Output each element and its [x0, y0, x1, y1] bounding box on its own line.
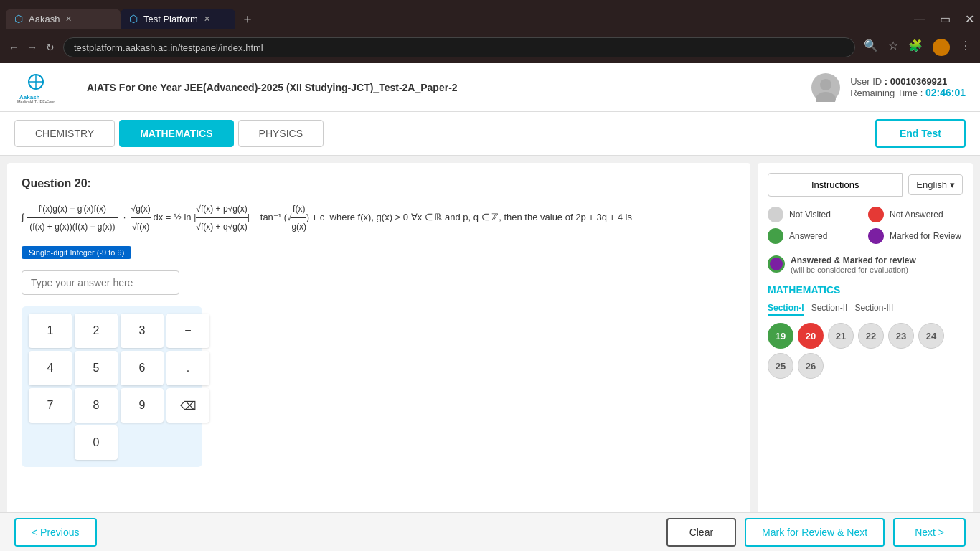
q-btn-26[interactable]: 26: [798, 353, 824, 379]
numpad: 1 2 3 − 4 5 6 . 7 8 9 ⌫ 0: [22, 306, 202, 467]
section-iii-tab[interactable]: Section-III: [854, 303, 893, 316]
marked-label: Marked for Review: [890, 231, 961, 241]
q-btn-24[interactable]: 24: [918, 323, 944, 349]
q-btn-21[interactable]: 21: [828, 323, 854, 349]
not-visited-label: Not Visited: [789, 209, 831, 220]
exam-title: AIATS For One Year JEE(Advanced)-2025 (X…: [87, 82, 458, 93]
question-condition: where f(x), g(x) > 0 ∀x ∈ ℝ and p, q ∈ ℤ…: [327, 212, 632, 222]
bottom-toolbar: < Previous Clear Mark for Review & Next …: [0, 512, 980, 551]
question-number: Question 20:: [22, 177, 736, 190]
numpad-5[interactable]: 5: [75, 351, 118, 385]
svg-point-6: [816, 92, 836, 102]
refresh-button[interactable]: ↻: [46, 42, 55, 53]
app-header: Aakash Medical•IIT-JEE•Foundation AIATS …: [0, 63, 980, 112]
star-icon[interactable]: ☆: [888, 39, 898, 56]
language-label: English: [916, 179, 947, 190]
tab-testplatform[interactable]: ⬡ Test Platform ✕: [121, 9, 235, 29]
back-button[interactable]: ←: [9, 42, 19, 53]
mark-review-button[interactable]: Mark for Review & Next: [745, 518, 885, 547]
answered-marked-label: Answered & Marked for review: [791, 255, 916, 265]
avatar: [811, 73, 840, 102]
numpad-6[interactable]: 6: [121, 351, 164, 385]
clear-button[interactable]: Clear: [666, 518, 736, 547]
menu-icon[interactable]: ⋮: [960, 39, 971, 56]
search-icon[interactable]: 🔍: [864, 39, 878, 56]
numpad-2[interactable]: 2: [75, 314, 118, 348]
question-grid: 19 20 21 22 23 24 25 26: [768, 323, 963, 379]
main-content: Question 20: ∫ f′(x)g(x) − g′(x)f(x) (f(…: [0, 156, 980, 551]
tab-close-testplatform[interactable]: ✕: [204, 14, 210, 24]
answered-marked-note: (will be considered for evaluation): [791, 265, 916, 274]
tab-chemistry[interactable]: CHEMISTRY: [14, 120, 115, 147]
next-button[interactable]: Next >: [893, 518, 966, 547]
close-button[interactable]: ✕: [965, 12, 974, 26]
question-panel: Question 20: ∫ f′(x)g(x) − g′(x)f(x) (f(…: [7, 163, 750, 549]
tab-testplatform-label: Test Platform: [143, 14, 198, 24]
minimize-button[interactable]: —: [914, 12, 925, 26]
section-ii-tab[interactable]: Section-II: [811, 303, 848, 316]
end-test-button[interactable]: End Test: [875, 119, 966, 148]
question-math: ∫ f′(x)g(x) − g′(x)f(x) (f(x) + g(x))(f(…: [22, 212, 327, 222]
svg-text:Medical•IIT-JEE•Foundation: Medical•IIT-JEE•Foundation: [17, 100, 55, 103]
tab-physics[interactable]: PHYSICS: [238, 120, 324, 147]
answer-type-badge: Single-digit Integer (-9 to 9): [22, 246, 131, 259]
previous-button[interactable]: < Previous: [14, 518, 97, 547]
legend-marked: Marked for Review: [868, 228, 963, 244]
numpad-9[interactable]: 9: [121, 388, 164, 423]
forward-button[interactable]: →: [27, 42, 37, 53]
legend-not-answered: Not Answered: [868, 207, 963, 222]
aakash-favicon: ⬡: [14, 13, 23, 24]
q-btn-23[interactable]: 23: [888, 323, 914, 349]
new-tab-button[interactable]: ＋: [241, 10, 254, 27]
numpad-minus[interactable]: −: [166, 314, 209, 348]
svg-point-5: [820, 79, 831, 90]
numpad-backspace[interactable]: ⌫: [166, 388, 209, 423]
question-text: ∫ f′(x)g(x) − g′(x)f(x) (f(x) + g(x))(f(…: [22, 200, 736, 235]
remaining-label: Remaining Time: [850, 88, 918, 98]
section-tabs: Section-I Section-II Section-III: [768, 303, 963, 316]
user-id-value: : 00010369921: [885, 76, 947, 87]
logo-area: Aakash Medical•IIT-JEE•Foundation: [14, 70, 72, 105]
address-bar[interactable]: [63, 37, 855, 57]
answered-label: Answered: [789, 231, 827, 241]
answered-dot: [768, 228, 783, 244]
marked-dot: [868, 228, 884, 244]
q-btn-25[interactable]: 25: [768, 353, 793, 379]
not-answered-dot: [868, 207, 884, 222]
instructions-button[interactable]: Instructions: [768, 173, 903, 197]
language-selector[interactable]: English ▾: [908, 174, 963, 195]
extensions-icon[interactable]: 🧩: [908, 39, 923, 56]
numpad-7[interactable]: 7: [29, 388, 72, 423]
numpad-4[interactable]: 4: [29, 351, 72, 385]
q-btn-22[interactable]: 22: [858, 323, 884, 349]
section-i-tab[interactable]: Section-I: [768, 303, 804, 316]
numpad-1[interactable]: 1: [29, 314, 72, 348]
math-section-label: MATHEMATICS: [768, 284, 963, 296]
legend-not-visited: Not Visited: [768, 207, 862, 222]
user-details: User ID : 00010369921 Remaining Time : 0…: [850, 76, 966, 98]
numpad-0[interactable]: 0: [75, 425, 118, 460]
user-info: User ID : 00010369921 Remaining Time : 0…: [811, 73, 966, 102]
profile-icon[interactable]: [933, 39, 950, 56]
q-btn-19[interactable]: 19: [768, 323, 793, 349]
numpad-dot[interactable]: .: [166, 351, 209, 385]
numpad-8[interactable]: 8: [75, 388, 118, 423]
tab-close-aakash[interactable]: ✕: [65, 14, 72, 24]
user-id-label: User ID: [850, 76, 882, 87]
numpad-3[interactable]: 3: [121, 314, 164, 348]
aakash-logo: Aakash Medical•IIT-JEE•Foundation: [14, 70, 57, 105]
instructions-bar-row: Instructions English ▾: [768, 173, 963, 197]
remaining-colon: :: [920, 88, 925, 98]
answer-input[interactable]: [22, 270, 179, 295]
subject-tabs-bar: CHEMISTRY MATHEMATICS PHYSICS End Test: [0, 112, 980, 156]
maximize-button[interactable]: ▭: [940, 12, 951, 26]
not-visited-dot: [768, 207, 783, 222]
legend-answered: Answered: [768, 228, 862, 244]
remaining-time: 02:46:01: [925, 87, 966, 98]
tab-mathematics[interactable]: MATHEMATICS: [119, 120, 233, 147]
q-btn-20[interactable]: 20: [798, 323, 824, 349]
answered-marked-dot: [768, 255, 785, 273]
chevron-down-icon: ▾: [950, 179, 955, 190]
status-legend: Not Visited Not Answered Answered Marked…: [768, 207, 963, 244]
tab-aakash[interactable]: ⬡ Aakash ✕: [6, 9, 121, 29]
